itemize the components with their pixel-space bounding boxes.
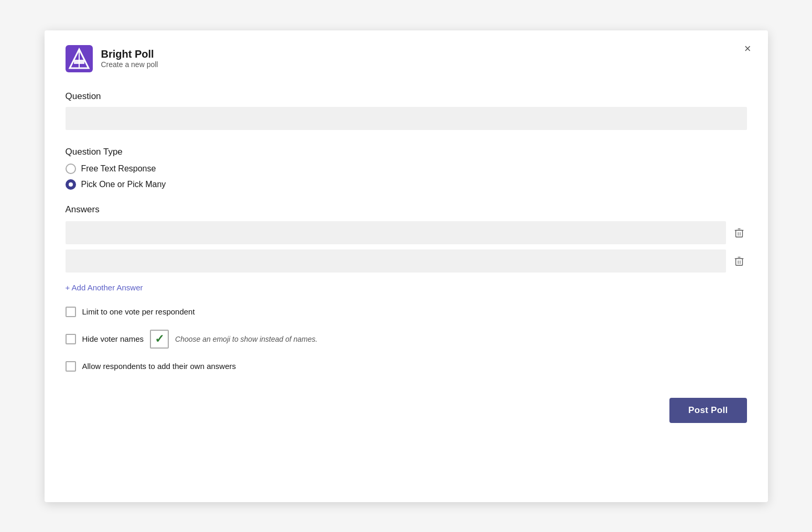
trash-icon-2 xyxy=(733,255,745,267)
emoji-hint-text: Choose an emoji to show instead of names… xyxy=(175,335,318,343)
header-text: Bright Poll Create a new poll xyxy=(101,48,158,69)
question-type-section: Question Type Free Text Response Pick On… xyxy=(66,147,747,190)
question-type-label: Question Type xyxy=(66,147,747,157)
svg-rect-3 xyxy=(74,60,84,64)
dialog-footer: Post Poll xyxy=(66,393,747,423)
allow-own-answers-label: Allow respondents to add their own answe… xyxy=(82,362,236,371)
answer-input-2[interactable] xyxy=(66,249,726,273)
answer-input-1[interactable] xyxy=(66,221,726,244)
allow-own-answers-checkbox[interactable] xyxy=(66,361,76,372)
limit-vote-item: Limit to one vote per respondent xyxy=(66,307,747,317)
answer-row-1 xyxy=(66,221,747,244)
question-input[interactable] xyxy=(66,107,747,130)
question-label: Question xyxy=(66,91,747,102)
add-answer-link[interactable]: + Add Another Answer xyxy=(66,283,143,292)
hide-voter-names-label: Hide voter names xyxy=(82,334,144,343)
emoji-checkbox[interactable]: ✓ xyxy=(150,330,169,349)
allow-own-answers-item: Allow respondents to add their own answe… xyxy=(66,361,747,372)
bright-poll-logo xyxy=(66,45,93,72)
question-type-radio-group: Free Text Response Pick One or Pick Many xyxy=(66,164,747,190)
create-poll-dialog: × Bright Poll Create a new poll Question… xyxy=(45,30,768,502)
app-name: Bright Poll xyxy=(101,48,158,60)
radio-pick-one-many[interactable]: Pick One or Pick Many xyxy=(66,179,747,190)
radio-free-text-circle xyxy=(66,164,76,174)
svg-rect-9 xyxy=(735,258,742,265)
svg-rect-4 xyxy=(735,230,742,237)
radio-pick-one-many-label: Pick One or Pick Many xyxy=(81,180,166,189)
checkbox-group: Limit to one vote per respondent Hide vo… xyxy=(66,307,747,372)
answer-row-2 xyxy=(66,249,747,273)
close-button[interactable]: × xyxy=(740,41,755,57)
trash-icon-1 xyxy=(733,227,745,238)
delete-answer-2-button[interactable] xyxy=(731,253,747,269)
dialog-header: Bright Poll Create a new poll xyxy=(66,45,747,72)
post-poll-button[interactable]: Post Poll xyxy=(669,398,746,423)
answers-label: Answers xyxy=(66,204,747,215)
answers-section: Answers xyxy=(66,204,747,273)
radio-pick-one-many-circle xyxy=(66,179,76,190)
app-subtitle: Create a new poll xyxy=(101,60,158,69)
hide-voter-names-checkbox[interactable] xyxy=(66,334,76,344)
radio-free-text[interactable]: Free Text Response xyxy=(66,164,747,174)
delete-answer-1-button[interactable] xyxy=(731,225,747,241)
question-section: Question xyxy=(66,91,747,145)
checkmark-icon: ✓ xyxy=(155,333,164,345)
limit-vote-checkbox[interactable] xyxy=(66,307,76,317)
limit-vote-label: Limit to one vote per respondent xyxy=(82,307,195,316)
radio-free-text-label: Free Text Response xyxy=(81,164,156,173)
hide-voter-names-item: Hide voter names ✓ Choose an emoji to sh… xyxy=(66,330,747,349)
